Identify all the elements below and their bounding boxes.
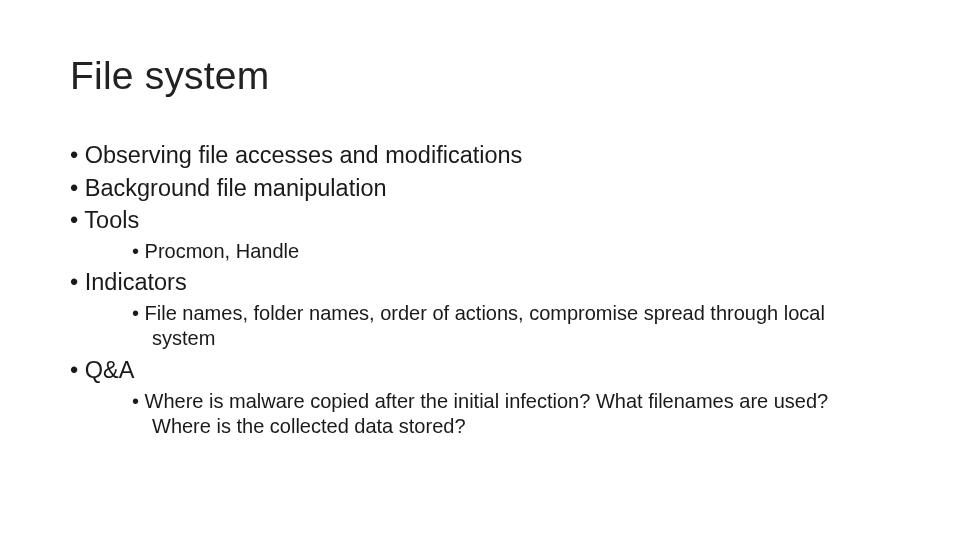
sub-bullet-list: Where is malware copied after the initia… (92, 389, 890, 440)
bullet-list: Observing file accesses and modification… (70, 140, 890, 440)
bullet-text: Background file manipulation (85, 175, 387, 201)
bullet-item: Tools Procmon, Handle (70, 205, 890, 264)
bullet-item: Indicators File names, folder names, ord… (70, 267, 890, 352)
bullet-text: Tools (84, 207, 139, 233)
bullet-text: Indicators (85, 269, 187, 295)
sub-bullet-list: Procmon, Handle (92, 239, 890, 265)
bullet-item: Q&A Where is malware copied after the in… (70, 355, 890, 440)
sub-bullet-text: Procmon, Handle (145, 240, 300, 262)
sub-bullet-list: File names, folder names, order of actio… (92, 301, 890, 352)
slide: File system Observing file accesses and … (0, 0, 960, 540)
sub-bullet-text: Where is malware copied after the initia… (145, 390, 829, 438)
bullet-text: Q&A (85, 357, 135, 383)
sub-bullet-item: Procmon, Handle (132, 239, 890, 265)
sub-bullet-text: File names, folder names, order of actio… (145, 302, 825, 350)
bullet-item: Background file manipulation (70, 173, 890, 204)
sub-bullet-item: File names, folder names, order of actio… (132, 301, 890, 352)
bullet-text: Observing file accesses and modification… (85, 142, 523, 168)
bullet-item: Observing file accesses and modification… (70, 140, 890, 171)
sub-bullet-item: Where is malware copied after the initia… (132, 389, 890, 440)
slide-title: File system (70, 54, 890, 98)
